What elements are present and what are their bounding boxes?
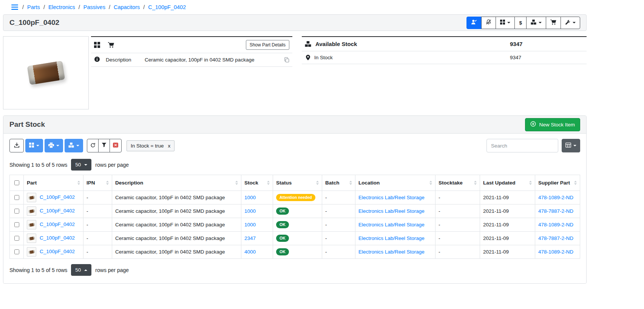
last-updated-cell: 2021-11-09: [480, 191, 535, 204]
row-checkbox[interactable]: [14, 195, 19, 200]
column-header-part[interactable]: Part: [24, 175, 83, 191]
table-columns-dropdown[interactable]: [562, 139, 580, 152]
clear-filters-button[interactable]: [110, 139, 122, 152]
export-button[interactable]: [9, 139, 24, 152]
row-checkbox[interactable]: [14, 236, 19, 241]
location-link[interactable]: Electronics Lab/Reel Storage: [358, 195, 425, 200]
last-updated-cell: 2021-11-09: [480, 218, 535, 232]
status-badge: OK: [276, 208, 289, 215]
dollar-icon: $: [519, 20, 522, 26]
stock-table: Part IPN Description Stock Status Batch …: [9, 175, 580, 259]
sort-icon: [429, 181, 432, 185]
price-button[interactable]: $: [514, 17, 527, 29]
part-link[interactable]: C_100pF_0402: [40, 235, 75, 241]
location-link[interactable]: Electronics Lab/Reel Storage: [358, 222, 425, 228]
filter-button[interactable]: [98, 139, 110, 152]
breadcrumb-link-capacitors[interactable]: Capacitors: [114, 4, 140, 10]
column-header-supplier-part[interactable]: Supplier Part: [535, 175, 580, 191]
part-link[interactable]: C_100pF_0402: [40, 249, 75, 254]
order-actions-button[interactable]: [546, 17, 561, 29]
reload-button[interactable]: [87, 139, 99, 152]
print-actions-dropdown[interactable]: [45, 139, 63, 152]
row-checkbox[interactable]: [14, 249, 19, 254]
showing-rows-text: Showing 1 to 5 of 5 rows: [9, 267, 67, 273]
column-header-batch[interactable]: Batch: [322, 175, 355, 191]
part-options-dropdown[interactable]: [561, 17, 580, 29]
rows-per-page-label: rows per page: [95, 267, 129, 273]
column-header-ipn[interactable]: IPN: [83, 175, 112, 191]
stocktake-cell: -: [436, 204, 480, 218]
caret-down-icon: [507, 22, 510, 23]
location-link[interactable]: Electronics Lab/Reel Storage: [358, 249, 425, 255]
last-updated-cell: 2021-11-09: [480, 245, 535, 259]
pagination-bottom: Showing 1 to 5 of 5 rows 50 rows per pag…: [9, 264, 580, 276]
filter-chip-remove[interactable]: x: [168, 143, 170, 149]
supplier-part-link[interactable]: 478-1089-2-ND: [538, 249, 573, 255]
page-size-select[interactable]: 50: [71, 264, 91, 276]
stock-link[interactable]: 1000: [244, 195, 256, 200]
select-all-checkbox[interactable]: [14, 180, 19, 185]
breadcrumb-link-parts[interactable]: Parts: [27, 4, 40, 10]
subscribe-button[interactable]: [466, 17, 482, 29]
row-checkbox[interactable]: [14, 222, 19, 227]
barcode-actions-dropdown[interactable]: [496, 17, 515, 29]
notification-off-button[interactable]: [481, 17, 496, 29]
breadcrumb-link-passives[interactable]: Passives: [83, 4, 105, 10]
part-thumbnail[interactable]: [27, 220, 36, 229]
search-input[interactable]: [486, 139, 558, 152]
breadcrumb-link-electronics[interactable]: Electronics: [48, 4, 75, 10]
table-row: C_100pF_0402 - Ceramic capacitor, 100pF …: [10, 245, 580, 259]
row-checkbox[interactable]: [14, 209, 19, 214]
supplier-part-link[interactable]: 478-1089-2-ND: [538, 195, 573, 200]
ipn-cell: -: [83, 232, 112, 245]
stock-link[interactable]: 1000: [244, 208, 256, 214]
status-badge: Attention needed: [276, 194, 315, 201]
table-barcode-actions-dropdown[interactable]: [25, 139, 43, 152]
stock-link[interactable]: 1000: [244, 222, 256, 228]
new-stock-item-button[interactable]: New Stock Item: [525, 118, 580, 131]
breadcrumb-separator: /: [79, 4, 80, 10]
part-link[interactable]: C_100pF_0402: [40, 194, 75, 200]
column-header-stock[interactable]: Stock: [241, 175, 273, 191]
sort-icon: [77, 181, 80, 185]
supplier-part-link[interactable]: 478-7887-2-ND: [538, 235, 573, 241]
part-link[interactable]: C_100pF_0402: [40, 208, 75, 214]
page-size-select[interactable]: 50: [71, 159, 91, 171]
part-thumbnail[interactable]: [27, 206, 36, 216]
column-header-description[interactable]: Description: [112, 175, 241, 191]
supplier-part-link[interactable]: 478-1089-2-ND: [538, 222, 573, 228]
location-link[interactable]: Electronics Lab/Reel Storage: [358, 235, 425, 241]
breadcrumb-link-current-part[interactable]: C_100pF_0402: [148, 4, 186, 10]
sort-icon: [529, 181, 532, 185]
part-thumbnail[interactable]: [27, 234, 36, 243]
column-header-status[interactable]: Status: [273, 175, 322, 191]
column-header-last-updated[interactable]: Last Updated: [480, 175, 535, 191]
column-header-stocktake[interactable]: Stocktake: [436, 175, 480, 191]
breadcrumb-separator: /: [109, 4, 110, 10]
menu-toggle-icon[interactable]: [11, 5, 18, 10]
part-thumbnail[interactable]: [27, 193, 36, 202]
stocktake-cell: -: [436, 232, 480, 245]
qrcode-icon: [500, 20, 505, 26]
last-updated-cell: 2021-11-09: [480, 232, 535, 245]
part-image[interactable]: [3, 36, 89, 109]
stock-options-dropdown[interactable]: [65, 139, 83, 152]
location-link[interactable]: Electronics Lab/Reel Storage: [358, 208, 425, 214]
caret-down-icon: [56, 145, 59, 146]
show-part-details-button[interactable]: Show Part Details: [246, 40, 289, 50]
stock-link[interactable]: 2347: [244, 235, 256, 241]
description-label: Description: [106, 57, 145, 63]
part-details-panel: Show Part Details Description Ceramic ca…: [91, 36, 292, 67]
stock-link[interactable]: 4000: [244, 249, 256, 255]
stock-actions-dropdown[interactable]: [526, 17, 546, 29]
page-size-value: 50: [75, 162, 81, 168]
part-thumbnail[interactable]: [27, 247, 36, 257]
description-cell: Ceramic capacitor, 100pF in 0402 SMD pac…: [112, 204, 241, 218]
supplier-part-link[interactable]: 478-7887-2-ND: [538, 208, 573, 214]
copy-icon[interactable]: [284, 57, 289, 63]
part-link[interactable]: C_100pF_0402: [40, 221, 75, 227]
caret-down-icon: [84, 164, 87, 166]
sort-icon: [106, 181, 109, 185]
part-details-section: Show Part Details Description Ceramic ca…: [3, 36, 587, 109]
column-header-location[interactable]: Location: [355, 175, 436, 191]
